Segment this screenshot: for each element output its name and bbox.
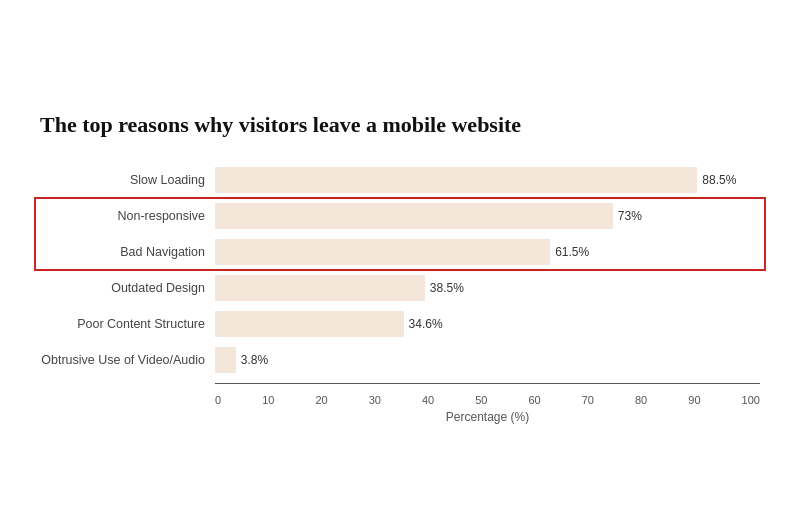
x-axis-label: 100 (742, 394, 760, 406)
chart-container: The top reasons why visitors leave a mob… (20, 87, 780, 445)
x-axis-label: 40 (422, 394, 434, 406)
bar-track: 61.5% (215, 239, 760, 265)
x-axis-label: 0 (215, 394, 221, 406)
bar-label: Poor Content Structure (40, 317, 215, 331)
bar-fill (215, 167, 697, 193)
bar-row: Obtrusive Use of Video/Audio3.8% (40, 347, 760, 373)
bar-label: Bad Navigation (40, 245, 215, 259)
x-axis-label: 80 (635, 394, 647, 406)
bar-row: Poor Content Structure34.6% (40, 311, 760, 337)
bar-label: Obtrusive Use of Video/Audio (40, 353, 215, 367)
bar-fill (215, 203, 613, 229)
bar-value-label: 88.5% (702, 173, 736, 187)
chart-title: The top reasons why visitors leave a mob… (40, 111, 760, 140)
x-axis-label: 60 (528, 394, 540, 406)
bar-fill (215, 275, 425, 301)
bar-label: Non-responsive (40, 209, 215, 223)
bar-value-label: 3.8% (241, 353, 268, 367)
x-axis-label: 30 (369, 394, 381, 406)
bar-track: 3.8% (215, 347, 760, 373)
bar-fill (215, 239, 550, 265)
x-axis-title: Percentage (%) (215, 410, 760, 424)
bar-row: Slow Loading88.5% (40, 167, 760, 193)
bar-fill (215, 347, 236, 373)
x-axis-label: 70 (582, 394, 594, 406)
bar-value-label: 38.5% (430, 281, 464, 295)
x-axis: 0102030405060708090100 (215, 390, 760, 406)
bar-value-label: 73% (618, 209, 642, 223)
bar-row: Outdated Design38.5% (40, 275, 760, 301)
bar-row: Non-responsive73% (40, 203, 760, 229)
x-axis-labels: 0102030405060708090100 (215, 394, 760, 406)
x-axis-label: 50 (475, 394, 487, 406)
bar-value-label: 34.6% (409, 317, 443, 331)
x-axis-label: 20 (315, 394, 327, 406)
rows-wrapper: Slow Loading88.5%Non-responsive73%Bad Na… (40, 167, 760, 383)
x-axis-label: 10 (262, 394, 274, 406)
bar-value-label: 61.5% (555, 245, 589, 259)
bar-fill (215, 311, 404, 337)
bar-label: Outdated Design (40, 281, 215, 295)
axis-line (215, 383, 760, 384)
bar-track: 34.6% (215, 311, 760, 337)
bar-track: 73% (215, 203, 760, 229)
bar-track: 38.5% (215, 275, 760, 301)
x-axis-label: 90 (688, 394, 700, 406)
chart-area: Slow Loading88.5%Non-responsive73%Bad Na… (40, 167, 760, 424)
bar-track: 88.5% (215, 167, 760, 193)
bar-label: Slow Loading (40, 173, 215, 187)
bar-row: Bad Navigation61.5% (40, 239, 760, 265)
